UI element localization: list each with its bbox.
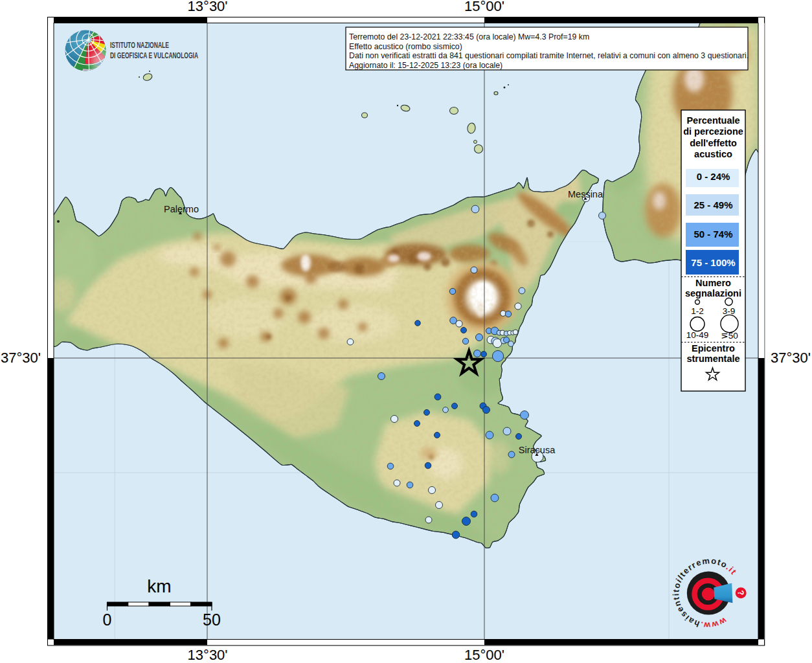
svg-text:Palermo: Palermo [164, 204, 199, 214]
svg-text:13°30': 13°30' [188, 647, 228, 663]
svg-text:di percezione: di percezione [683, 126, 743, 137]
svg-text:acustico: acustico [694, 149, 732, 159]
svg-text:km: km [147, 576, 171, 596]
svg-text:37°30': 37°30' [1, 350, 41, 366]
svg-text:Terremoto del 23-12-2021 22:33: Terremoto del 23-12-2021 22:33:45 (ora l… [349, 32, 589, 41]
svg-text:1-2: 1-2 [691, 306, 704, 316]
svg-text:3-9: 3-9 [723, 306, 736, 316]
svg-text:Aggiornato il: 15-12-2025 13:2: Aggiornato il: 15-12-2025 13:23 (ora loc… [349, 61, 502, 70]
svg-text:13°30': 13°30' [188, 0, 228, 14]
svg-text:Numero: Numero [695, 278, 731, 288]
svg-text:0: 0 [103, 611, 112, 629]
svg-text:10-49: 10-49 [686, 330, 709, 340]
svg-text:75 - 100%: 75 - 100% [691, 257, 735, 268]
svg-text:15°00': 15°00' [464, 0, 504, 14]
svg-text:25 - 49%: 25 - 49% [694, 199, 732, 210]
svg-text:segnalazioni: segnalazioni [685, 288, 741, 298]
svg-text:50: 50 [203, 611, 221, 629]
svg-text:37°30': 37°30' [771, 350, 811, 366]
svg-text:⋝50: ⋝50 [721, 331, 738, 341]
svg-text:DI GEOFISICA E VULCANOLOGIA: DI GEOFISICA E VULCANOLOGIA [110, 51, 198, 60]
svg-text:Messina: Messina [568, 189, 603, 199]
svg-text:dell'effetto: dell'effetto [690, 138, 737, 148]
svg-text:Percentuale: Percentuale [686, 115, 739, 126]
svg-text:0 - 24%: 0 - 24% [697, 171, 730, 182]
svg-text:50 - 74%: 50 - 74% [694, 229, 732, 240]
svg-text:ISTITUTO NAZIONALE: ISTITUTO NAZIONALE [110, 41, 169, 50]
svg-text:Epicentro: Epicentro [692, 343, 735, 354]
svg-text:Dati non verificati estratti d: Dati non verificati estratti da 841 ques… [349, 51, 749, 60]
svg-text:15°00': 15°00' [464, 647, 504, 663]
svg-text:Siracusa: Siracusa [519, 445, 556, 455]
svg-text:Effetto acustico (rombo sismic: Effetto acustico (rombo sismico) [349, 42, 462, 51]
svg-text:strumentale: strumentale [686, 354, 739, 364]
